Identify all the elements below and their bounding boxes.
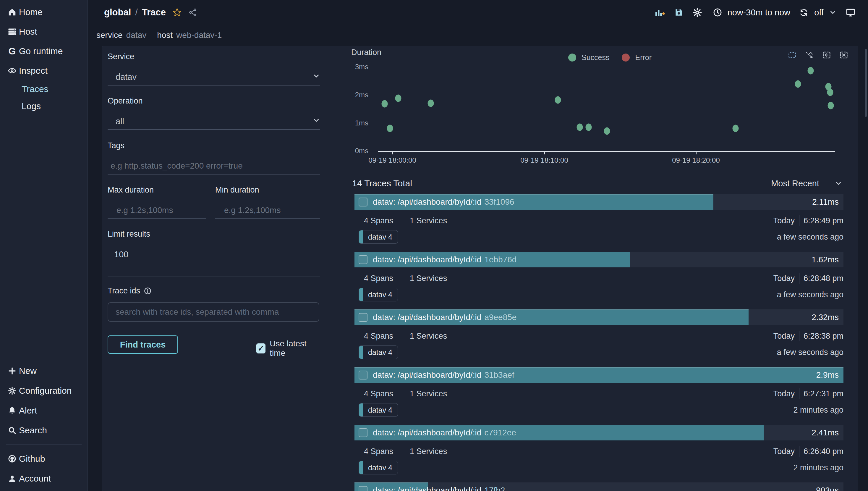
trace-bar[interactable]: datav: /api/dashboard/byId/:id1ebb76d 1.… xyxy=(354,252,843,267)
sidebar-item-account[interactable]: Account xyxy=(0,468,88,488)
service-tag[interactable]: datav 4 xyxy=(359,230,398,244)
service-tag[interactable]: datav 4 xyxy=(359,403,398,417)
gear-icon xyxy=(8,386,17,395)
scatter-point[interactable] xyxy=(808,67,814,75)
scatter-point[interactable] xyxy=(555,96,561,104)
favorite-star-icon[interactable] xyxy=(173,8,182,17)
scatter-point[interactable] xyxy=(827,89,833,96)
sidebar-item-home[interactable]: Home xyxy=(0,2,88,22)
time-range-value[interactable]: now-30m to now xyxy=(727,8,790,18)
bell-icon xyxy=(8,406,17,415)
trace-timestamp: Today6:27:31 pm xyxy=(773,388,843,399)
scatter-point[interactable] xyxy=(828,102,834,110)
save-icon[interactable] xyxy=(674,8,684,17)
trace-checkbox[interactable] xyxy=(359,198,368,206)
scrollbar-thumb[interactable] xyxy=(865,49,867,117)
clear-selection-icon[interactable] xyxy=(839,50,848,60)
trace-relative-time: a few seconds ago xyxy=(777,290,843,299)
x-axis-tick-mark xyxy=(544,152,545,154)
scatter-point[interactable] xyxy=(382,100,388,108)
scatter-point[interactable] xyxy=(395,95,401,102)
min-duration-label: Min duration xyxy=(215,185,259,195)
trace-bar[interactable]: datav: /api/dashboard/byId/:id17fb2 903μ… xyxy=(354,483,843,491)
sidebar-item-search[interactable]: Search xyxy=(0,420,88,440)
service-tag[interactable]: datav 4 xyxy=(359,461,398,474)
use-latest-time-label: Use latest time xyxy=(270,339,320,358)
chevron-down-icon[interactable] xyxy=(829,8,837,16)
restore-zoom-icon[interactable] xyxy=(822,50,831,60)
scatter-point[interactable] xyxy=(826,83,832,90)
sidebar-item-logs[interactable]: Logs xyxy=(0,97,88,115)
sidebar-item-alert[interactable]: Alert xyxy=(0,401,88,420)
trace-row: datav: /api/dashboard/byId/:id33f1096 2.… xyxy=(354,194,843,252)
trace-checkbox[interactable] xyxy=(359,486,368,491)
sidebar-item-github[interactable]: Github xyxy=(0,449,88,468)
auto-refresh-value[interactable]: off xyxy=(814,8,824,18)
scatter-point[interactable] xyxy=(577,124,583,131)
settings-gear-icon[interactable] xyxy=(692,8,702,18)
trace-bar[interactable]: datav: /api/dashboard/byId/:id31b3aef 2.… xyxy=(354,367,843,383)
trace-relative-time: 2 minutes ago xyxy=(793,406,843,415)
legend-error-label[interactable]: Error xyxy=(635,53,652,62)
trace-ids-input[interactable]: search with trace ids, separated with co… xyxy=(107,302,319,322)
tag-accent xyxy=(359,461,363,474)
operation-select[interactable]: all xyxy=(107,115,320,128)
github-icon xyxy=(8,454,17,463)
clock-icon[interactable] xyxy=(713,8,722,17)
box-select-icon[interactable] xyxy=(787,50,797,60)
chart-legend: Success Error xyxy=(568,53,659,62)
service-tag[interactable]: datav 4 xyxy=(359,345,398,359)
limit-results-input[interactable]: 100 xyxy=(107,248,320,261)
add-chart-icon[interactable] xyxy=(655,7,665,18)
trace-checkbox[interactable] xyxy=(359,255,368,264)
scatter-point[interactable] xyxy=(733,125,739,132)
refresh-icon[interactable] xyxy=(799,8,808,17)
x-axis-tick-mark xyxy=(696,152,696,154)
context-host-label: host xyxy=(157,30,173,40)
share-icon[interactable] xyxy=(188,8,197,17)
use-latest-time-checkbox[interactable]: ✓ xyxy=(256,343,266,353)
trace-checkbox[interactable] xyxy=(359,428,368,437)
trace-id: 31b3aef xyxy=(484,370,514,379)
scatter-point[interactable] xyxy=(586,124,592,131)
context-host-value[interactable]: web-datav-1 xyxy=(176,30,222,40)
trace-bar[interactable]: datav: /api/dashboard/byId/:idc7912ee 2.… xyxy=(354,425,843,440)
trace-bar[interactable]: datav: /api/dashboard/byId/:ida9ee85e 2.… xyxy=(354,309,843,325)
y-axis-tick: 0ms xyxy=(345,147,368,155)
legend-error-dot[interactable] xyxy=(622,54,630,61)
sort-select[interactable]: Most Recent xyxy=(771,179,842,189)
info-icon[interactable] xyxy=(144,287,152,295)
breadcrumb-group[interactable]: global xyxy=(104,7,131,18)
scatter-point[interactable] xyxy=(795,81,801,88)
sidebar-item-traces[interactable]: Traces xyxy=(0,81,88,97)
sidebar-item-go-runtime[interactable]: G Go runtime xyxy=(0,41,88,61)
max-duration-input[interactable]: e.g 1.2s,100ms xyxy=(107,204,206,217)
min-duration-input[interactable]: e.g 1.2s,100ms xyxy=(215,204,320,217)
sidebar-item-inspect[interactable]: Inspect xyxy=(0,61,88,81)
service-tag[interactable]: datav 4 xyxy=(359,288,398,301)
trace-spans: 4 Spans xyxy=(364,216,393,225)
tags-input[interactable]: e.g http.status_code=200 error=true xyxy=(107,160,320,172)
context-service-value[interactable]: datav xyxy=(126,30,147,40)
find-traces-button[interactable]: Find traces xyxy=(107,336,178,354)
context-service-label: service xyxy=(96,30,123,40)
trace-checkbox[interactable] xyxy=(359,313,368,322)
sidebar-item-host[interactable]: Host xyxy=(0,22,88,41)
tag-accent xyxy=(359,288,363,301)
trace-services: 1 Services xyxy=(410,216,447,225)
sidebar-item-configuration[interactable]: Configuration xyxy=(0,381,88,401)
trace-checkbox[interactable] xyxy=(359,371,368,379)
trace-timestamp: Today6:26:40 pm xyxy=(773,446,843,457)
fullscreen-monitor-icon[interactable] xyxy=(845,7,856,18)
lasso-select-icon[interactable] xyxy=(805,50,814,60)
trace-timestamp: Today6:28:49 pm xyxy=(773,215,843,226)
legend-success-label[interactable]: Success xyxy=(582,53,609,62)
scatter-point[interactable] xyxy=(604,127,610,135)
scatter-point[interactable] xyxy=(428,100,434,107)
sidebar-item-new[interactable]: New xyxy=(0,361,88,381)
service-select[interactable]: datav xyxy=(107,70,320,83)
trace-bar[interactable]: datav: /api/dashboard/byId/:id33f1096 2.… xyxy=(354,194,843,210)
legend-success-dot[interactable] xyxy=(568,54,576,61)
scatter-point[interactable] xyxy=(387,125,393,132)
trace-relative-time: 2 minutes ago xyxy=(793,463,843,472)
